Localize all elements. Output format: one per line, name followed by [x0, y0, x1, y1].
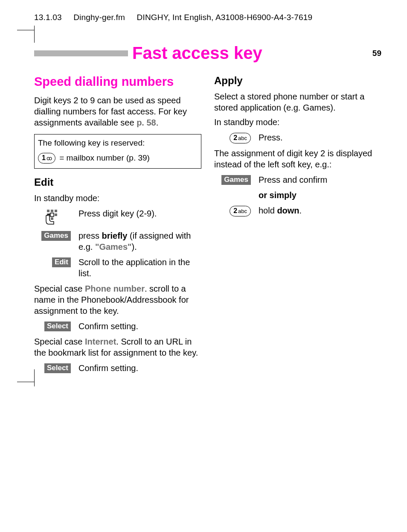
reserved-key-note: The following key is reserved: 1ꚙ = mail…: [34, 134, 201, 169]
apply-standby: In standby mode:: [214, 117, 381, 128]
confirm-setting-1: Confirm setting.: [78, 321, 201, 332]
select-softkey-icon-1: Select: [34, 321, 73, 331]
edit-heading: Edit: [34, 176, 201, 188]
svg-rect-0: [47, 210, 49, 212]
special-case-internet: Special case Internet. Scroll to an URL …: [34, 336, 201, 358]
edit-step-3: Scroll to the application in the list.: [78, 257, 201, 279]
svg-rect-6: [50, 213, 54, 216]
page-title: Fast access key: [132, 44, 262, 63]
edit-standby-text: In standby mode:: [34, 193, 201, 204]
key-1-mailbox-icon: 1ꚙ: [38, 153, 55, 164]
keypad-press-icon: [34, 208, 73, 226]
apply-press: Press.: [259, 132, 381, 143]
special-case-phone: Special case Phone number. scroll to a n…: [34, 283, 201, 316]
left-column: Speed dialling numbers Digit keys 2 to 9…: [34, 70, 201, 378]
svg-rect-5: [51, 217, 53, 220]
edit-step-2: press briefly (if assigned with e.g. "Ga…: [78, 230, 201, 252]
apply-result: The assignment of digit key 2 is display…: [214, 148, 381, 170]
note-mailbox-text: = mailbox number (p. 39): [59, 153, 150, 162]
edit-step-1: Press digit key (2-9).: [78, 208, 201, 219]
right-column: Apply Select a stored phone number or st…: [214, 70, 381, 378]
press-and-confirm: Press and confirm: [259, 174, 381, 185]
hold-down: hold down.: [259, 205, 381, 216]
title-row: Fast access key 59: [34, 44, 381, 63]
intro-paragraph: Digit keys 2 to 9 can be used as speed d…: [34, 95, 201, 128]
apply-heading: Apply: [214, 75, 381, 87]
doc-header: 13.1.03 Dinghy-ger.fm DINGHY, Int Englis…: [34, 13, 381, 22]
games-softkey-icon: Games: [34, 230, 73, 241]
games-softkey-icon-2: Games: [214, 174, 253, 185]
note-line-1: The following key is reserved:: [38, 137, 198, 149]
confirm-setting-2: Confirm setting.: [78, 362, 201, 374]
page-number: 59: [364, 49, 381, 58]
section-heading-speed-dial: Speed dialling numbers: [34, 75, 201, 89]
edit-softkey-icon: Edit: [34, 257, 73, 267]
apply-intro: Select a stored phone number or start a …: [214, 91, 381, 113]
key-2abc-icon-1: 2abc: [214, 132, 253, 143]
svg-rect-2: [55, 210, 57, 212]
or-simply: or simply: [259, 190, 381, 201]
key-2abc-icon-2: 2abc: [214, 205, 253, 216]
svg-rect-4: [55, 213, 57, 216]
title-bar: [34, 50, 128, 56]
svg-rect-1: [51, 210, 53, 212]
select-softkey-icon-2: Select: [34, 362, 73, 373]
